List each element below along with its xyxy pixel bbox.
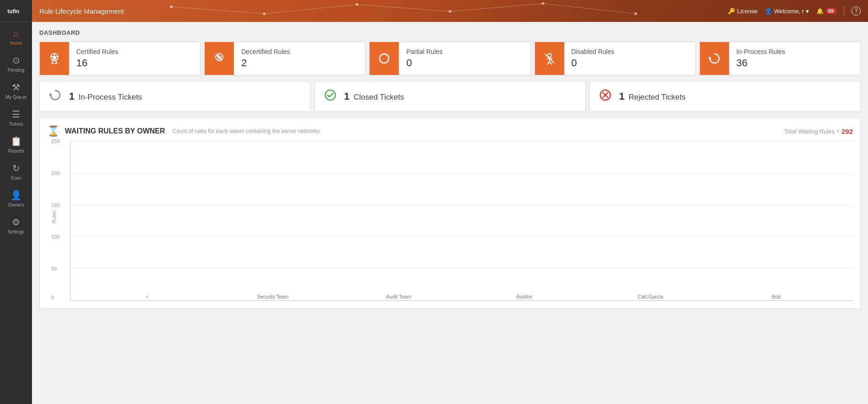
reports-icon: 📋	[11, 136, 22, 147]
inprocess-tickets-count: 1	[69, 90, 74, 102]
rule-card-disabled[interactable]: Disabled Rules 0	[535, 42, 696, 75]
sidebar-item-myqueue[interactable]: ⚒ My Queue	[0, 77, 32, 104]
bar-security-team: Security Team	[210, 292, 336, 300]
svg-marker-28	[709, 56, 711, 59]
y-tick-0: 0	[51, 295, 54, 300]
rejected-tickets-icon	[599, 89, 612, 105]
sidebar-item-settings-label: Settings	[8, 229, 24, 234]
svg-line-11	[543, 4, 635, 14]
svg-marker-29	[49, 93, 52, 96]
sidebar-item-owners-label: Owners	[8, 202, 24, 207]
chart-area: Rules 250 200 150 100	[47, 141, 853, 301]
content-area: DASHBOARD Certified Rules 16	[32, 22, 868, 404]
sidebar-item-pending-label: Pending	[8, 68, 25, 73]
sidebar-item-owners[interactable]: 👤 Owners	[0, 185, 32, 212]
bar-auditor: Auditor	[462, 292, 588, 300]
sidebar-item-settings[interactable]: ⚙ Settings	[0, 212, 32, 239]
sidebar-item-reports-label: Reports	[8, 149, 24, 154]
rejected-tickets-count: 1	[619, 90, 625, 102]
bar-security-team-label: Security Team	[257, 294, 289, 300]
bar-audit-team-label: Audit Team	[386, 294, 411, 300]
svg-line-10	[450, 4, 543, 11]
chart-header: ⌛ WAITING RULES BY OWNER Count of rules …	[47, 125, 853, 137]
logo: tufin	[0, 0, 32, 22]
bars-container: r Security Team Audit Team Audit	[70, 141, 853, 300]
rule-card-decertified[interactable]: Decertified Rules 2	[204, 42, 365, 75]
bar-r: r	[84, 292, 210, 300]
disabled-icon	[535, 42, 564, 75]
chart-total: Total Waiting Rules ↑ 292	[784, 128, 853, 135]
rejected-tickets-text: 1 Rejected Tickets	[619, 90, 686, 102]
sidebar-item-tickets-label: Tickets	[9, 122, 23, 127]
rule-card-certified[interactable]: Certified Rules 16	[39, 42, 201, 75]
y-axis-label: Rules	[51, 210, 57, 223]
decertified-label: Decertified Rules	[241, 48, 290, 55]
y-tick-100: 100	[51, 234, 59, 239]
chart-subtitle: Count of rules for each owner containing…	[172, 128, 320, 134]
closed-tickets-icon	[324, 89, 337, 105]
total-waiting-value: 292	[842, 128, 853, 135]
ticket-cards: 1 In-Process Tickets 1 Closed Tickets	[39, 81, 861, 112]
bar-audit-team: Audit Team	[336, 292, 462, 300]
certified-icon	[40, 42, 69, 75]
certified-text: Certified Rules 16	[69, 43, 126, 74]
decertified-value: 2	[241, 57, 290, 69]
bar-r-label: r	[146, 294, 148, 300]
svg-point-30	[325, 90, 335, 100]
tickets-icon: ☰	[12, 109, 20, 120]
rejected-tickets-label: Rejected Tickets	[629, 93, 686, 101]
scan-icon: ↻	[12, 163, 20, 174]
bar-carl-garcia-label: Carl.Garcia	[638, 294, 663, 300]
inprocess-rules-label: In-Process Rules	[736, 48, 785, 55]
rule-card-inprocess[interactable]: In-Process Rules 36	[699, 42, 861, 75]
y-tick-150: 150	[51, 202, 59, 208]
sidebar-item-home-label: Home	[10, 41, 22, 46]
inprocess-rules-value: 36	[736, 57, 785, 69]
y-tick-200: 200	[51, 170, 59, 176]
chart-section: ⌛ WAITING RULES BY OWNER Count of rules …	[39, 117, 861, 308]
svg-line-26	[550, 62, 552, 64]
sidebar-item-home[interactable]: ⌂ Home	[0, 24, 32, 50]
owners-icon: 👤	[11, 190, 22, 201]
bar-bob: Bob	[714, 292, 840, 300]
y-tick-250: 250	[51, 138, 59, 144]
bar-auditor-label: Auditor	[517, 294, 533, 300]
pending-icon: ⊙	[12, 55, 20, 66]
partial-value: 0	[406, 57, 442, 69]
ticket-card-inprocess[interactable]: 1 In-Process Tickets	[39, 81, 311, 112]
svg-line-8	[264, 5, 357, 14]
inprocess-icon	[700, 42, 729, 75]
arrow-up-icon: ↑	[836, 128, 840, 135]
svg-line-9	[357, 5, 450, 11]
sidebar-item-scan-label: Scan	[11, 175, 21, 181]
network-background	[32, 0, 868, 22]
sidebar-item-pending[interactable]: ⊙ Pending	[0, 50, 32, 77]
svg-line-25	[547, 62, 550, 64]
bar-carl-garcia: Carl.Garcia	[587, 292, 714, 300]
sidebar-item-scan[interactable]: ↻ Scan	[0, 158, 32, 185]
myqueue-icon: ⚒	[12, 82, 20, 93]
tufin-logo: tufin	[7, 5, 25, 16]
decertified-text: Decertified Rules 2	[234, 43, 297, 74]
svg-text:tufin: tufin	[7, 8, 19, 14]
total-waiting-label: Total Waiting Rules	[784, 128, 835, 135]
sidebar-item-reports[interactable]: 📋 Reports	[0, 131, 32, 158]
disabled-label: Disabled Rules	[572, 48, 614, 55]
chart-plot: Rules 250 200 150 100	[70, 141, 853, 301]
dashboard-title: DASHBOARD	[39, 29, 861, 36]
topbar: Rule Lifecycle Management 🔑 License 👤 We…	[32, 0, 868, 22]
chart-title: WAITING RULES BY OWNER	[65, 127, 165, 135]
sidebar-item-tickets[interactable]: ☰ Tickets	[0, 104, 32, 131]
inprocess-tickets-label: In-Process Tickets	[79, 93, 142, 101]
inprocess-text: In-Process Rules 36	[729, 43, 793, 74]
ticket-card-rejected[interactable]: 1 Rejected Tickets	[589, 81, 861, 112]
ticket-card-closed[interactable]: 1 Closed Tickets	[314, 81, 586, 112]
sidebar: tufin ⌂ Home ⊙ Pending ⚒ My Queue ☰ Tick…	[0, 0, 32, 404]
closed-tickets-text: 1 Closed Tickets	[344, 90, 404, 102]
closed-tickets-label: Closed Tickets	[354, 93, 404, 101]
certified-value: 16	[76, 57, 118, 69]
disabled-text: Disabled Rules 0	[564, 43, 622, 74]
rule-card-partial[interactable]: Partial Rules 0	[369, 42, 530, 75]
partial-label: Partial Rules	[406, 48, 442, 55]
y-tick-50: 50	[51, 266, 57, 271]
